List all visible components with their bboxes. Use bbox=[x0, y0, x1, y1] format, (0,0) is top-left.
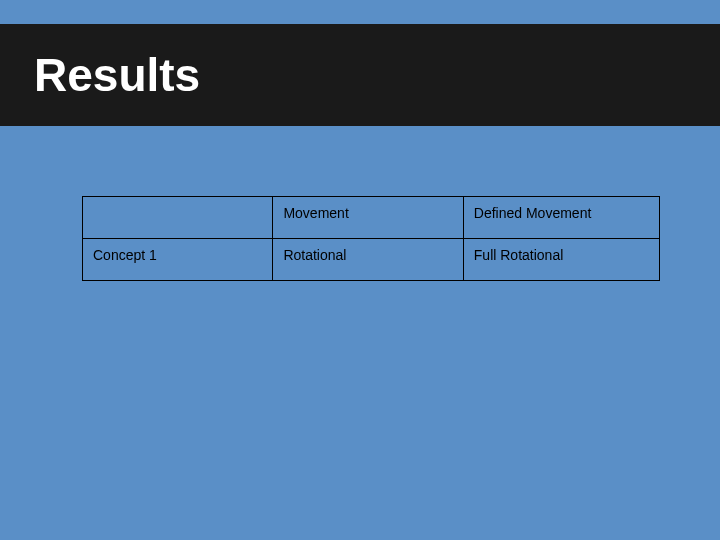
results-table: Movement Defined Movement Concept 1 Rota… bbox=[82, 196, 660, 281]
table-cell: Concept 1 bbox=[83, 239, 273, 281]
content-area: Movement Defined Movement Concept 1 Rota… bbox=[0, 126, 720, 281]
table-header-cell bbox=[83, 197, 273, 239]
table-cell: Rotational bbox=[273, 239, 463, 281]
title-bar: Results bbox=[0, 24, 720, 126]
table-header-cell: Defined Movement bbox=[463, 197, 659, 239]
table-header-row: Movement Defined Movement bbox=[83, 197, 660, 239]
table-row: Concept 1 Rotational Full Rotational bbox=[83, 239, 660, 281]
page-title: Results bbox=[34, 48, 720, 102]
table-cell: Full Rotational bbox=[463, 239, 659, 281]
table-header-cell: Movement bbox=[273, 197, 463, 239]
